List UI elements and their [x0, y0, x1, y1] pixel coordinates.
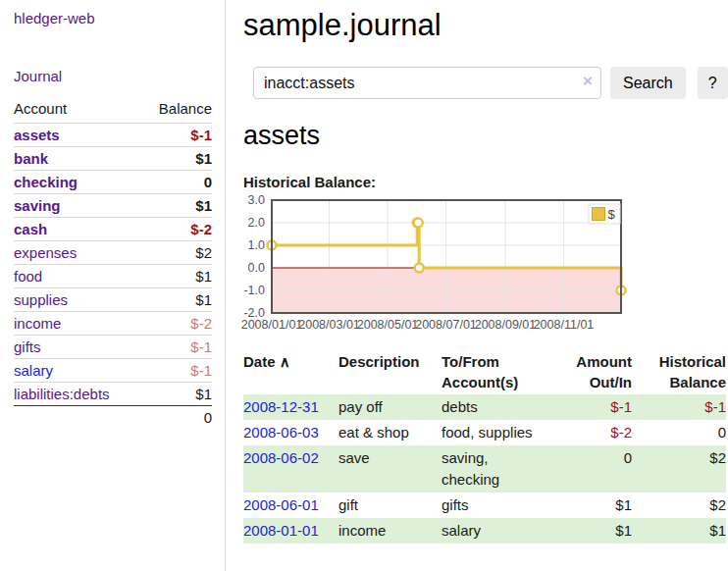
transaction-amount: $-2: [563, 420, 632, 445]
transaction-date-link[interactable]: 2008-06-02: [243, 449, 319, 466]
account-link-cash[interactable]: cash: [14, 221, 47, 237]
transaction-row: 2008-06-03 eat & shop food, supplies $-2…: [243, 420, 726, 445]
transaction-date-link[interactable]: 2008-06-03: [243, 424, 319, 441]
account-row: salary $-1: [14, 359, 212, 383]
clear-search-icon[interactable]: ×: [583, 72, 593, 91]
data-point-marker: [415, 264, 424, 273]
legend-label: $: [608, 207, 616, 222]
account-balance: $-1: [141, 336, 212, 359]
x-tick-label: 2008/01/01: [241, 318, 303, 332]
register-header-accounts: To/From Account(s): [442, 349, 563, 394]
transaction-balance: $2: [632, 493, 726, 518]
account-balance: $-2: [141, 218, 212, 241]
x-tick-label: 2008/03/01: [298, 318, 360, 332]
account-balance: $1: [141, 194, 212, 218]
transaction-amount: 0: [563, 445, 632, 493]
y-tick-label: 2.0: [248, 216, 265, 230]
account-row: expenses $2: [14, 241, 212, 265]
account-link-liabilities-debts[interactable]: liabilities:debts: [14, 386, 110, 402]
account-link-supplies[interactable]: supplies: [14, 291, 68, 308]
transaction-amount: $1: [563, 518, 632, 544]
transaction-accounts: salary: [442, 518, 563, 544]
accounts-header-balance: Balance: [141, 97, 212, 124]
transaction-row: 2008-06-02 save saving, checking 0 $2: [243, 445, 726, 493]
data-point-marker: [414, 219, 423, 228]
transaction-date-link[interactable]: 2008-12-31: [243, 398, 319, 415]
transaction-balance: 0: [632, 420, 726, 445]
y-tick-label: 1.0: [248, 238, 265, 252]
search-input[interactable]: [253, 67, 601, 99]
transaction-description: income: [338, 518, 442, 544]
sidebar: hledger-web Journal Account Balance asse…: [0, 0, 226, 571]
register-header-date[interactable]: Date ∧: [243, 349, 338, 394]
search-form: × Search ?: [243, 67, 728, 99]
transaction-description: gift: [338, 493, 442, 518]
transaction-amount: $-1: [563, 394, 632, 420]
transaction-date-link[interactable]: 2008-01-01: [243, 522, 319, 539]
transaction-row: 2008-01-01 income salary $1 $1: [243, 518, 726, 544]
account-balance: $1: [141, 147, 212, 171]
account-balance: $1: [141, 265, 212, 288]
y-tick-label: 3.0: [248, 193, 265, 207]
transaction-balance: $2: [632, 445, 726, 493]
transaction-description: save: [338, 445, 442, 493]
transaction-row: 2008-12-31 pay off debts $-1 $-1: [243, 394, 726, 420]
transaction-accounts: debts: [442, 394, 563, 420]
help-button[interactable]: ?: [698, 67, 728, 99]
accounts-header-account: Account: [14, 97, 141, 124]
account-row: saving $1: [14, 194, 212, 218]
account-row: gifts $-1: [14, 336, 212, 359]
accounts-total: 0: [141, 406, 212, 430]
register-header-amount: Amount Out/In: [563, 349, 632, 394]
register-table: Date ∧ Description To/From Account(s) Am…: [243, 349, 726, 544]
account-balance: $-1: [141, 359, 212, 383]
transaction-balance: $1: [632, 518, 726, 544]
account-link-expenses[interactable]: expenses: [14, 244, 77, 261]
register-header-description: Description: [338, 349, 442, 394]
chart-title: Historical Balance:: [243, 174, 728, 190]
register-header-balance: Historical Balance: [632, 349, 726, 394]
x-tick-label: 2008/07/01: [415, 318, 477, 332]
account-balance: $1: [141, 383, 212, 406]
account-link-food[interactable]: food: [14, 268, 42, 285]
transaction-date-link[interactable]: 2008-06-01: [243, 496, 319, 513]
account-balance: $2: [141, 241, 212, 265]
account-row: liabilities:debts $1: [14, 383, 212, 406]
legend-swatch: [593, 208, 605, 221]
account-balance: $-2: [141, 312, 212, 336]
search-button[interactable]: Search: [610, 67, 686, 99]
account-balance: 0: [141, 171, 212, 194]
account-link-income[interactable]: income: [14, 315, 61, 332]
x-tick-label: 2008/11/01: [534, 318, 595, 332]
account-balance: $-1: [141, 124, 212, 147]
x-tick-label: 2008/05/01: [357, 318, 419, 332]
account-link-gifts[interactable]: gifts: [14, 338, 41, 355]
transaction-accounts: food, supplies: [442, 420, 563, 445]
account-row: assets $-1: [14, 124, 212, 147]
account-link-saving[interactable]: saving: [14, 197, 61, 214]
account-row: income $-2: [14, 312, 212, 336]
account-row: cash $-2: [14, 218, 212, 241]
transaction-row: 2008-06-01 gift gifts $1 $2: [243, 493, 726, 518]
sort-ascending-icon: ∧: [280, 353, 290, 370]
transaction-balance: $-1: [632, 394, 726, 420]
account-heading: assets: [243, 121, 728, 151]
accounts-table: Account Balance assets $-1 bank $1 check…: [14, 97, 212, 429]
y-tick-label: 0.0: [248, 261, 265, 275]
accounts-header-row: Account Balance: [14, 97, 212, 124]
account-row: bank $1: [14, 147, 212, 171]
account-link-assets[interactable]: assets: [14, 127, 60, 143]
register-header-row: Date ∧ Description To/From Account(s) Am…: [243, 349, 726, 394]
balance-chart[interactable]: 3.02.01.00.0-1.0-2.02008/01/012008/03/01…: [243, 193, 675, 333]
account-link-salary[interactable]: salary: [14, 362, 53, 379]
account-link-checking[interactable]: checking: [14, 174, 78, 190]
x-tick-label: 2008/09/01: [475, 318, 537, 332]
account-link-bank[interactable]: bank: [14, 150, 48, 167]
account-row: supplies $1: [14, 288, 212, 312]
account-row: checking 0: [14, 171, 212, 194]
app-title-link[interactable]: hledger-web: [14, 10, 211, 26]
transaction-accounts: saving, checking: [442, 445, 563, 493]
page-title: sample.journal: [243, 8, 728, 43]
transaction-accounts: gifts: [442, 493, 563, 518]
sidebar-item-journal[interactable]: Journal: [14, 68, 211, 84]
